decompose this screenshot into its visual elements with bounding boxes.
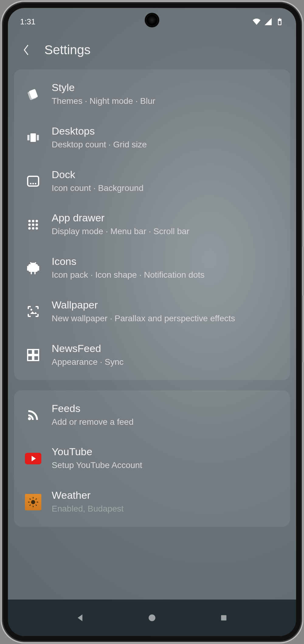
camera-cutout [147,15,157,26]
back-button[interactable] [20,44,32,56]
settings-item-feeds[interactable]: Feeds Add or remove a feed [14,393,290,437]
settings-item-subtitle: Icon pack · Icon shape · Notification do… [52,269,205,281]
svg-point-24 [31,500,35,504]
android-icon [25,260,41,276]
settings-item-title: NewsFeed [52,343,124,354]
settings-item-title: YouTube [52,446,142,458]
weather-icon [25,494,41,510]
svg-rect-2 [30,133,36,142]
svg-rect-4 [37,135,39,140]
svg-rect-5 [28,176,39,186]
cell-signal-icon [264,17,272,26]
settings-item-title: App drawer [52,212,189,224]
status-icons [252,17,284,26]
svg-rect-3 [27,135,29,140]
settings-item-subtitle: Desktop count · Grid size [52,139,147,150]
svg-rect-21 [28,356,33,361]
wifi-icon [252,17,261,26]
settings-item-subtitle: New wallpaper · Parallax and perspective… [52,313,235,324]
settings-item-subtitle: Display mode · Menu bar · Scroll bar [52,226,189,237]
svg-point-7 [33,183,34,184]
svg-point-17 [36,227,38,230]
settings-item-wallpaper[interactable]: Wallpaper New wallpaper · Parallax and p… [14,290,290,333]
style-icon [25,86,41,102]
svg-point-9 [28,220,31,222]
desktops-icon [25,129,41,146]
settings-item-newsfeed[interactable]: NewsFeed Appearance · Sync [14,333,290,377]
settings-item-title: Dock [52,169,143,181]
svg-point-6 [30,183,32,184]
svg-rect-22 [34,356,39,361]
svg-point-12 [28,223,31,226]
settings-group: Style Themes · Night mode · Blur Desktop… [14,69,290,380]
appdrawer-icon [25,216,41,233]
settings-item-subtitle: Enabled, Budapest [52,503,124,515]
navigation-bar [8,600,296,636]
settings-item-subtitle: Add or remove a feed [52,416,133,428]
svg-point-15 [28,227,31,230]
settings-item-title: Style [52,82,155,93]
settings-item-subtitle: Setup YouTube Account [52,459,142,471]
side-button [302,210,304,247]
settings-item-title: Weather [52,489,124,501]
settings-item-appdrawer[interactable]: App drawer Display mode · Menu bar · Scr… [14,203,290,246]
settings-item-title: Feeds [52,403,133,414]
nav-back-button[interactable] [73,611,88,625]
settings-group: Feeds Add or remove a feed YouTube Setup… [14,390,290,527]
settings-item-icons[interactable]: Icons Icon pack · Icon shape · Notificat… [14,246,290,290]
svg-point-23 [28,417,31,420]
svg-rect-19 [28,350,33,354]
app-header: Settings [8,35,296,69]
settings-item-dock[interactable]: Dock Icon count · Background [14,160,290,203]
settings-item-title: Desktops [52,125,147,137]
settings-item-youtube[interactable]: YouTube Setup YouTube Account [14,437,290,480]
svg-point-14 [36,223,38,226]
svg-point-8 [35,183,36,184]
chevron-left-icon [22,44,30,56]
wallpaper-icon [25,303,41,320]
youtube-icon [25,450,41,467]
svg-point-10 [32,220,34,222]
settings-item-title: Wallpaper [52,299,235,311]
settings-item-subtitle: Appearance · Sync [52,356,124,368]
settings-item-title: Icons [52,255,205,267]
svg-rect-20 [34,350,39,354]
svg-rect-26 [221,615,226,621]
newsfeed-icon [25,347,41,363]
screen: 1:31 Settings S [8,8,296,636]
page-title: Settings [44,43,91,57]
side-button [302,295,304,362]
svg-point-18 [30,309,32,311]
dock-icon [25,173,41,189]
svg-point-25 [149,614,155,621]
phone-frame: 1:31 Settings S [3,3,301,641]
settings-item-subtitle: Themes · Night mode · Blur [52,95,155,107]
svg-point-13 [32,223,34,226]
settings-item-style[interactable]: Style Themes · Night mode · Blur [14,72,290,116]
settings-item-subtitle: Icon count · Background [52,182,143,194]
rss-icon [25,407,41,423]
svg-point-16 [32,227,34,230]
battery-icon [275,17,284,26]
settings-content: Style Themes · Night mode · Blur Desktop… [8,69,296,527]
nav-recent-button[interactable] [216,611,231,625]
settings-item-weather[interactable]: Weather Enabled, Budapest [14,480,290,524]
svg-point-11 [36,220,38,222]
nav-home-button[interactable] [145,611,159,625]
settings-item-desktops[interactable]: Desktops Desktop count · Grid size [14,116,290,160]
status-time: 1:31 [20,17,36,26]
